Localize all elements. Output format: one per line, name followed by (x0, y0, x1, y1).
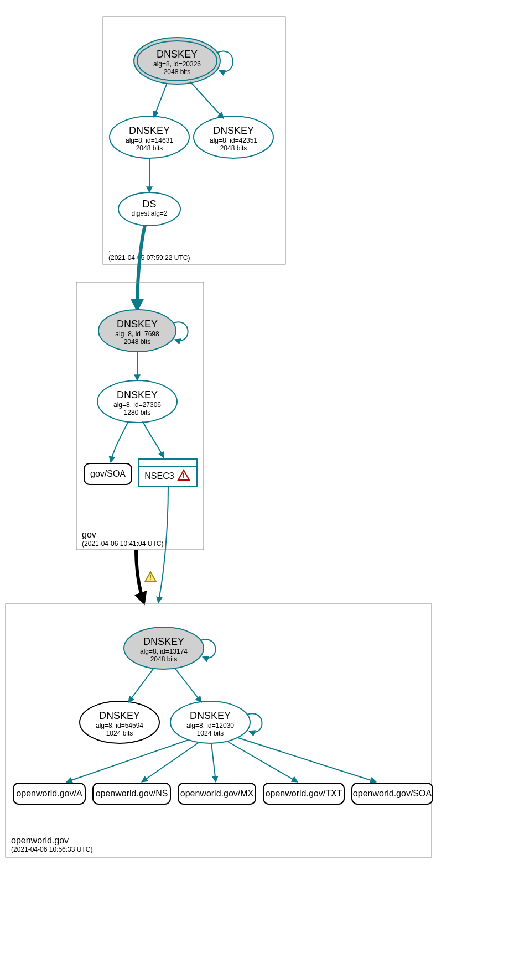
edge-ow-txt (227, 741, 298, 782)
zone-root-name: . (108, 244, 111, 253)
svg-text:openworld.gov/A: openworld.gov/A (16, 789, 82, 798)
openworld-zsk1-node: DNSKEY alg=8, id=54594 1024 bits (80, 701, 159, 743)
svg-text:DNSKEY: DNSKEY (129, 125, 170, 136)
zone-root: . (2021-04-06 07:59:22 UTC) DNSKEY alg=8… (103, 17, 285, 264)
gov-zsk-node: DNSKEY alg=8, id=27306 1280 bits (97, 380, 177, 423)
openworld-ksk-node: DNSKEY alg=8, id=13174 2048 bits (124, 627, 204, 669)
svg-text:alg=8, id=7698: alg=8, id=7698 (115, 330, 159, 338)
openworld-rr-txt: openworld.gov/TXT (263, 783, 344, 804)
root-zsk2-node: DNSKEY alg=8, id=42351 2048 bits (194, 116, 273, 158)
svg-text:DNSKEY: DNSKEY (117, 389, 158, 400)
svg-text:!: ! (149, 574, 152, 582)
svg-text:DNSKEY: DNSKEY (143, 636, 184, 647)
edge-ow-ksk-zsk2 (175, 668, 201, 702)
svg-text:DNSKEY: DNSKEY (99, 710, 140, 721)
svg-text:alg=8, id=13174: alg=8, id=13174 (140, 648, 188, 655)
zone-gov-name: gov (82, 530, 96, 539)
svg-text:1280 bits: 1280 bits (124, 409, 151, 416)
svg-text:2048 bits: 2048 bits (150, 655, 178, 663)
gov-soa-node: gov/SOA (84, 463, 132, 484)
zone-root-timestamp: (2021-04-06 07:59:22 UTC) (108, 254, 190, 262)
svg-text:alg=8, id=27306: alg=8, id=27306 (113, 401, 161, 409)
edge-gov-zsk-soa (111, 421, 128, 462)
svg-text:(2021-04-06 10:41:04 UTC): (2021-04-06 10:41:04 UTC) (82, 540, 163, 548)
edge-root-ksk-zsk1 (154, 83, 167, 117)
svg-text:openworld.gov/TXT: openworld.gov/TXT (266, 789, 342, 798)
edge-root-ksk-zsk2 (190, 82, 224, 118)
svg-text:openworld.gov/SOA: openworld.gov/SOA (353, 789, 432, 798)
openworld-rr-a: openworld.gov/A (13, 783, 85, 804)
zone-gov: gov (2021-04-06 10:41:04 UTC) DNSKEY alg… (76, 282, 204, 550)
openworld-rr-soa: openworld.gov/SOA (352, 783, 433, 804)
svg-text:alg=8, id=42351: alg=8, id=42351 (210, 137, 257, 144)
svg-text:NSEC3: NSEC3 (144, 471, 174, 481)
svg-text:1024 bits: 1024 bits (197, 729, 224, 737)
edge-ow-mx (211, 743, 216, 782)
warning-triangle-icon: ! (145, 572, 156, 582)
gov-ksk-node: DNSKEY alg=8, id=7698 2048 bits (98, 310, 176, 352)
svg-text:(2021-04-06 10:56:33 UTC): (2021-04-06 10:56:33 UTC) (11, 846, 92, 853)
openworld-rr-mx: openworld.gov/MX (178, 783, 256, 804)
svg-text:alg=8, id=20326: alg=8, id=20326 (153, 60, 201, 68)
gov-nsec3-node: NSEC3 ! (138, 459, 197, 487)
edge-ow-ns (142, 742, 199, 782)
svg-text:alg=8, id=14631: alg=8, id=14631 (126, 137, 173, 144)
svg-text:openworld.gov/NS: openworld.gov/NS (96, 789, 168, 798)
root-ksk-node: DNSKEY alg=8, id=20326 2048 bits (134, 38, 220, 84)
svg-text:DNSKEY: DNSKEY (190, 710, 231, 721)
svg-text:2048 bits: 2048 bits (124, 338, 151, 346)
svg-text:DNSKEY: DNSKEY (157, 49, 198, 60)
dnssec-diagram: . (2021-04-06 07:59:22 UTC) DNSKEY alg=8… (0, 0, 514, 980)
svg-text:openworld.gov: openworld.gov (11, 836, 69, 845)
svg-text:DS: DS (142, 199, 156, 210)
svg-text:alg=8, id=54594: alg=8, id=54594 (96, 722, 143, 729)
openworld-rr-ns: openworld.gov/NS (93, 783, 170, 804)
svg-text:2048 bits: 2048 bits (220, 144, 247, 152)
edge-ow-a (66, 740, 188, 782)
edge-ds-to-gov-ksk (137, 225, 145, 310)
svg-text:gov/SOA: gov/SOA (90, 469, 126, 478)
edge-ow-ksk-zsk1 (128, 668, 154, 702)
edge-gov-to-openworld-insecure (136, 550, 144, 603)
svg-text:2048 bits: 2048 bits (164, 68, 191, 76)
svg-text:2048 bits: 2048 bits (136, 144, 163, 152)
openworld-zsk2-node: DNSKEY alg=8, id=12030 1024 bits (170, 701, 250, 743)
svg-text:1024 bits: 1024 bits (106, 729, 133, 737)
svg-text:!: ! (183, 472, 185, 480)
svg-text:DNSKEY: DNSKEY (117, 319, 158, 330)
svg-text:openworld.gov/MX: openworld.gov/MX (180, 789, 254, 798)
svg-text:DNSKEY: DNSKEY (213, 125, 254, 136)
edge-gov-zsk-nsec3 (143, 421, 164, 458)
svg-text:alg=8, id=12030: alg=8, id=12030 (186, 722, 234, 729)
zone-openworld: openworld.gov (2021-04-06 10:56:33 UTC) … (6, 604, 433, 857)
root-zsk1-node: DNSKEY alg=8, id=14631 2048 bits (110, 116, 189, 158)
svg-text:digest alg=2: digest alg=2 (131, 210, 167, 217)
root-ds-node: DS digest alg=2 (118, 192, 180, 226)
